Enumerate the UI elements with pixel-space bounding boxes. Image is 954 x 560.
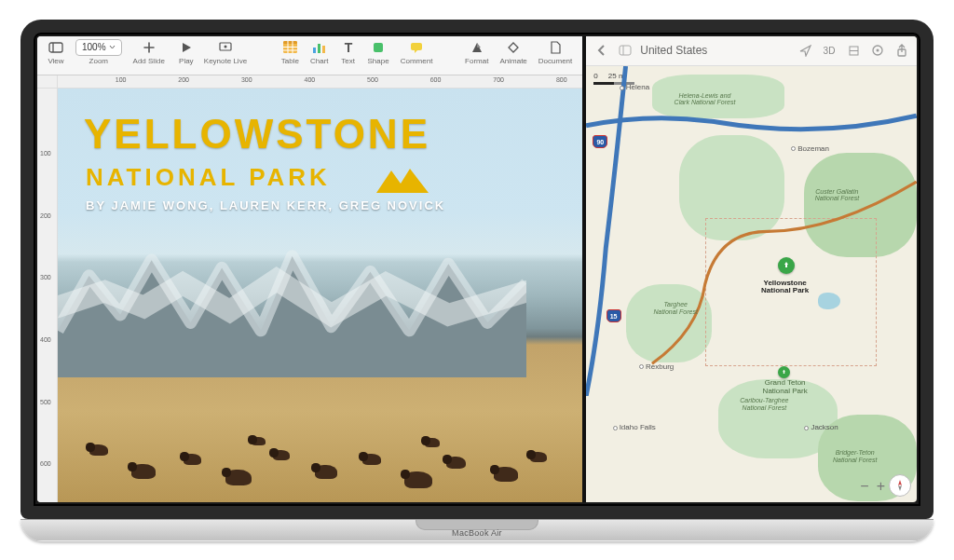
view-icon (48, 39, 64, 56)
svg-point-21 (877, 49, 879, 52)
roads (586, 66, 917, 397)
brand-label: MacBook Air (452, 528, 502, 538)
zoom-button[interactable]: 100% Zoom (71, 38, 127, 66)
plus-icon (141, 39, 157, 56)
label-forest-caribou: Caribou-Targhee National Forest (731, 397, 797, 411)
shape-button[interactable]: Shape (363, 38, 394, 66)
chart-icon (311, 39, 328, 56)
mountain-logo-icon (375, 165, 430, 195)
locate-me-icon[interactable] (796, 41, 814, 60)
screen: View 100% Zoom Add Slide Play (37, 36, 917, 502)
label-forest-hlc: Helena-Lewis and Clark National Forest (672, 92, 737, 106)
play-label: Play (179, 57, 194, 65)
slide-canvas[interactable]: YELLOWSTONE NATIONAL PARK BY JAMIE WONG,… (58, 89, 582, 502)
mode-3d-button[interactable]: 3D (820, 41, 838, 60)
city-helena: Helena (620, 83, 649, 91)
back-button[interactable] (592, 41, 610, 60)
location-title[interactable]: United States (640, 44, 707, 57)
ruler-corner (37, 75, 58, 89)
laptop-deck: MacBook Air (20, 519, 934, 541)
svg-point-3 (224, 45, 226, 48)
shape-icon (370, 39, 387, 56)
maps-toolbar: United States 3D (586, 36, 917, 66)
svg-text:T: T (344, 41, 352, 54)
slide-byline[interactable]: BY JAMIE WONG, LAUREN KERR, GREG NOVICK (86, 198, 445, 212)
animate-icon (505, 39, 522, 56)
format-label: Format (465, 57, 488, 65)
table-button[interactable]: Table (277, 38, 304, 66)
animate-label: Animate (499, 57, 526, 65)
svg-rect-16 (620, 46, 631, 55)
table-label: Table (281, 57, 299, 65)
share-icon[interactable] (893, 41, 911, 60)
zoom-in-button[interactable]: + (877, 478, 885, 495)
keynote-window: View 100% Zoom Add Slide Play (37, 36, 582, 502)
sidebar-toggle-icon[interactable] (616, 41, 634, 60)
laptop-lid: View 100% Zoom Add Slide Play (20, 20, 934, 519)
svg-rect-11 (318, 44, 320, 53)
keynote-live-icon (217, 39, 234, 56)
keynote-live-button[interactable]: Keynote Live (199, 38, 252, 66)
shape-label: Shape (368, 57, 389, 65)
view-button[interactable]: View (43, 38, 69, 66)
add-slide-button[interactable]: Add Slide (129, 38, 170, 66)
play-button[interactable]: Play (173, 38, 199, 66)
label-forest-bridger: Bridger-Teton National Forest (825, 449, 886, 463)
shield-i90: 90 (593, 131, 607, 149)
svg-rect-15 (411, 43, 422, 50)
maps-window: United States 3D 0 25 mi (586, 36, 917, 502)
city-bozeman: Bozeman (791, 144, 829, 153)
slide-title[interactable]: YELLOWSTONE (84, 115, 430, 154)
format-button[interactable]: Format (460, 38, 493, 66)
laptop-frame: View 100% Zoom Add Slide Play (20, 20, 934, 541)
chart-label: Chart (310, 57, 329, 65)
slide-subtitle[interactable]: NATIONAL PARK (86, 163, 331, 192)
zoom-label: Zoom (89, 57, 108, 65)
city-idaho-falls: Idaho Falls (613, 423, 656, 431)
city-rexburg: Rexburg (639, 362, 674, 371)
city-jackson: Jackson (804, 423, 838, 431)
zoom-value: 100% (75, 39, 122, 56)
settings-icon[interactable] (868, 41, 887, 60)
bison-herd (58, 336, 582, 502)
animate-button[interactable]: Animate (495, 38, 531, 66)
ruler-horizontal-wrap: 100200300400500600700800 (37, 75, 582, 89)
text-label: Text (341, 57, 355, 65)
map-canvas[interactable]: 0 25 mi (586, 66, 917, 502)
label-forest-custer: Custer Gallatin National Forest (804, 188, 869, 202)
play-icon (178, 39, 195, 56)
ruler-horizontal[interactable]: 100200300400500600700800 (58, 75, 582, 89)
view-label: View (48, 57, 63, 65)
map-mode-icon[interactable] (844, 41, 863, 60)
comment-button[interactable]: Comment (396, 38, 438, 66)
svg-rect-0 (49, 43, 62, 52)
chart-button[interactable]: Chart (306, 38, 334, 66)
document-icon (547, 39, 564, 56)
svg-rect-10 (313, 48, 316, 53)
compass-icon[interactable] (889, 474, 911, 497)
add-slide-label: Add Slide (133, 57, 165, 65)
svg-rect-5 (283, 41, 297, 44)
format-icon (469, 39, 485, 56)
document-button[interactable]: Document (534, 38, 577, 66)
label-yellowstone: Yellowstone National Park (752, 280, 819, 295)
svg-rect-14 (374, 43, 383, 52)
label-grand-teton: Grand Teton National Park (752, 379, 819, 395)
zoom-out-button[interactable]: − (860, 478, 868, 495)
document-label: Document (538, 57, 572, 65)
comment-icon (408, 39, 425, 56)
ruler-vertical[interactable]: 100200300400500600 (37, 89, 58, 502)
shield-i15: 15 (606, 306, 621, 323)
table-icon (281, 39, 298, 56)
label-forest-targhee: Targhee National Forest (652, 301, 699, 315)
keynote-live-label: Keynote Live (204, 57, 247, 65)
zoom-controls: − + (860, 478, 885, 495)
keynote-toolbar: View 100% Zoom Add Slide Play (37, 36, 582, 75)
canvas-wrap: 100200300400500600 (37, 89, 582, 502)
svg-rect-12 (322, 46, 325, 53)
text-button[interactable]: T Text (335, 38, 361, 66)
text-icon: T (340, 39, 357, 56)
comment-label: Comment (401, 57, 433, 65)
